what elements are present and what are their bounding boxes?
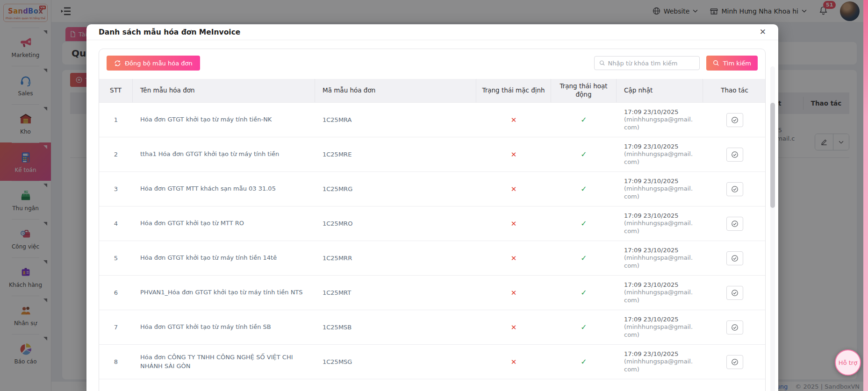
row-stt: 8 <box>99 345 133 379</box>
row-template-name: Hóa đơn GTGT khởi tạo từ máy tính tiền-N… <box>133 103 315 137</box>
search-button[interactable]: Tìm kiếm <box>706 56 758 71</box>
row-template-code: 1C25MSB <box>315 310 476 344</box>
not-default-x-icon: ✕ <box>511 220 517 228</box>
not-default-x-icon: ✕ <box>511 185 517 193</box>
active-check-icon: ✓ <box>581 254 587 263</box>
table-row: 7 Hóa đơn GTGT khởi tạo từ máy tính tiền… <box>99 310 765 344</box>
circle-check-icon <box>731 358 739 366</box>
row-stt: 5 <box>99 241 133 275</box>
invoice-template-modal: Danh sách mẫu hóa đơn MeInvoice ✕ Đồng b… <box>86 24 778 391</box>
not-default-x-icon: ✕ <box>511 150 517 159</box>
row-template-code: 1C25MSG <box>315 345 476 379</box>
row-stt: 3 <box>99 172 133 206</box>
column-header-default-status: Trạng thái mặc định <box>476 79 551 102</box>
not-default-x-icon: ✕ <box>511 358 517 366</box>
column-header-code: Mã mẫu hóa đơn <box>315 79 476 102</box>
not-default-x-icon: ✕ <box>511 289 517 297</box>
row-template-name: Hóa đơn GTGT khởi tạo từ MTT RO <box>133 206 315 241</box>
row-updated-time: 17:09 23/10/2025 <box>624 316 679 323</box>
search-box <box>594 56 700 70</box>
active-check-icon: ✓ <box>581 288 587 297</box>
sync-templates-button[interactable]: Đồng bộ mẫu hóa đơn <box>107 56 200 71</box>
page-scrollbar[interactable] <box>863 0 868 391</box>
invoice-table-body: 1 Hóa đơn GTGT khởi tạo từ máy tính tiền… <box>99 102 765 391</box>
row-stt: 6 <box>99 276 133 310</box>
row-template-code: 1C25MRA <box>315 103 476 137</box>
modal-scrollbar[interactable] <box>770 66 775 391</box>
approve-button[interactable] <box>726 320 743 334</box>
row-updated-by: (minhhungspa@gmail.com) <box>624 220 694 235</box>
search-input[interactable] <box>608 60 695 67</box>
support-button[interactable]: Hỗ trợ <box>835 349 861 376</box>
active-check-icon: ✓ <box>581 150 587 159</box>
circle-check-icon <box>731 116 739 124</box>
row-updated-time: 17:09 23/10/2025 <box>624 247 679 254</box>
circle-check-icon <box>731 220 739 227</box>
row-stt: 4 <box>99 206 133 241</box>
row-updated-by: (minhhungspa@gmail.com) <box>624 358 694 374</box>
row-template-name: PHVAN1_Hóa đơn GTGT khởi tạo từ máy tính… <box>133 276 315 310</box>
row-updated-by: (minhhungspa@gmail.com) <box>624 323 694 339</box>
circle-check-icon <box>731 289 739 297</box>
row-template-name: ttha1 Hóa đơn GTGT khởi tạo từ máy tính … <box>133 137 315 171</box>
column-header-stt: STT <box>99 79 133 102</box>
row-template-name: Hóa đơn GTGT khởi tạo từ máy tính tiền S… <box>133 310 315 344</box>
row-stt <box>99 379 133 391</box>
search-icon <box>599 60 605 66</box>
table-row: 17:09 23/10/2025 <box>99 379 765 391</box>
approve-button[interactable] <box>726 113 743 127</box>
modal-title: Danh sách mẫu hóa đơn MeInvoice <box>99 28 240 36</box>
table-row: 3 Hóa đơn GTGT MTT khách sạn mẫu 03 31.0… <box>99 171 765 206</box>
approve-button[interactable] <box>726 286 743 300</box>
row-stt: 7 <box>99 310 133 344</box>
table-row: 5 Hóa đơn GTGT khởi tạo từ máy tính tiền… <box>99 241 765 275</box>
row-template-name <box>133 379 315 391</box>
circle-check-icon <box>731 324 739 331</box>
row-template-code: 1C25MRT <box>315 276 476 310</box>
screen: SandBox VN Phần mềm quản trị tổng thể Ma… <box>0 0 868 391</box>
search-icon <box>713 60 719 66</box>
modal-header: Danh sách mẫu hóa đơn MeInvoice ✕ <box>86 24 778 40</box>
row-updated-time: 17:09 23/10/2025 <box>624 212 679 219</box>
row-template-code: 1C25MRE <box>315 137 476 171</box>
sync-icon <box>114 60 121 67</box>
row-stt: 1 <box>99 103 133 137</box>
row-template-code: 1C25MRO <box>315 206 476 241</box>
row-template-name: Hóa đơn CÔNG TY TNHH CÔNG NGHỆ SỐ VIỆT C… <box>133 345 315 379</box>
approve-button[interactable] <box>726 148 743 162</box>
circle-check-icon <box>731 151 739 158</box>
modal-toolbar: Đồng bộ mẫu hóa đơn Tìm kiếm <box>99 49 765 79</box>
table-row: 4 Hóa đơn GTGT khởi tạo từ MTT RO 1C25MR… <box>99 206 765 241</box>
approve-button[interactable] <box>726 355 743 369</box>
not-default-x-icon: ✕ <box>511 116 517 124</box>
table-row: 2 ttha1 Hóa đơn GTGT khởi tạo từ máy tín… <box>99 137 765 171</box>
row-updated-by: (minhhungspa@gmail.com) <box>624 116 694 132</box>
row-template-code <box>315 379 476 391</box>
row-updated-by: (minhhungspa@gmail.com) <box>624 150 694 166</box>
column-header-updated: Cập nhật <box>617 79 703 102</box>
row-updated-time: 17:09 23/10/2025 <box>624 143 679 150</box>
not-default-x-icon: ✕ <box>511 254 517 263</box>
row-updated-time: 17:09 23/10/2025 <box>624 108 679 115</box>
column-header-active-status: Trạng thái hoạt động <box>551 79 617 102</box>
approve-button[interactable] <box>726 217 743 231</box>
row-updated-by: (minhhungspa@gmail.com) <box>624 289 694 305</box>
active-check-icon: ✓ <box>581 323 587 332</box>
row-updated-time: 17:09 23/10/2025 <box>624 350 679 357</box>
active-check-icon: ✓ <box>581 185 587 193</box>
active-check-icon: ✓ <box>581 357 587 366</box>
modal-scrollbar-thumb[interactable] <box>770 103 775 208</box>
row-updated-by: (minhhungspa@gmail.com) <box>624 254 694 270</box>
row-stt: 2 <box>99 137 133 171</box>
row-template-name: Hóa đơn GTGT MTT khách sạn mẫu 03 31.05 <box>133 172 315 206</box>
row-template-code: 1C25MRG <box>315 172 476 206</box>
column-header-actions: Thao tác <box>703 79 766 102</box>
active-check-icon: ✓ <box>581 219 587 228</box>
active-check-icon: ✓ <box>581 115 587 124</box>
approve-button[interactable] <box>726 251 743 265</box>
row-template-code: 1C25MRR <box>315 241 476 275</box>
close-icon[interactable]: ✕ <box>760 28 766 36</box>
row-updated-by: (minhhungspa@gmail.com) <box>624 185 694 201</box>
approve-button[interactable] <box>726 182 743 196</box>
circle-check-icon <box>731 255 739 262</box>
